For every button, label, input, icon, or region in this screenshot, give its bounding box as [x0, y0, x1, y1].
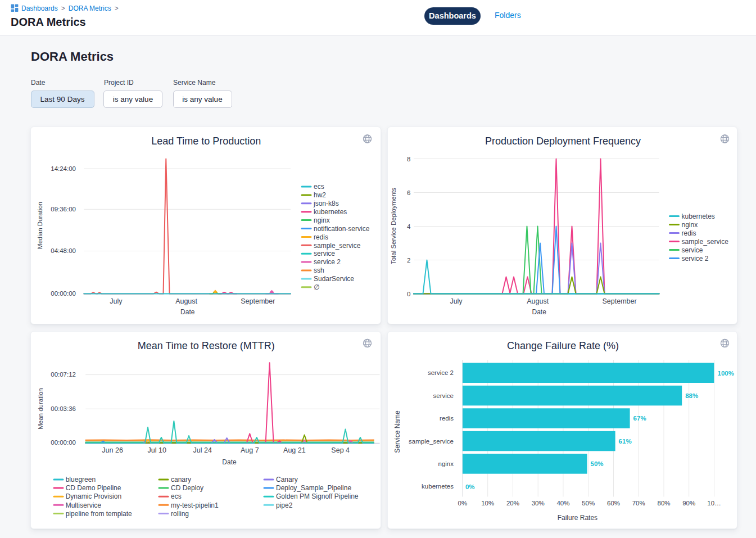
svg-text:Total Service Deployments: Total Service Deployments: [390, 187, 397, 264]
svg-text:10%: 10%: [481, 500, 494, 507]
svg-text:61%: 61%: [618, 438, 631, 445]
svg-text:service: service: [681, 246, 703, 254]
svg-text:4: 4: [407, 223, 411, 229]
svg-text:pipeline from template: pipeline from template: [66, 510, 132, 518]
svg-text:redis: redis: [681, 229, 696, 237]
svg-text:20%: 20%: [506, 500, 519, 507]
svg-text:redis: redis: [440, 415, 454, 422]
svg-text:my-test-pipelin1: my-test-pipelin1: [171, 501, 219, 509]
svg-text:July: July: [110, 297, 123, 305]
svg-text:14:24:00: 14:24:00: [51, 165, 76, 171]
svg-text:September: September: [241, 297, 275, 305]
svg-text:service 2: service 2: [427, 369, 453, 376]
svg-text:service 2: service 2: [681, 254, 708, 262]
svg-text:50%: 50%: [582, 500, 595, 507]
svg-text:88%: 88%: [685, 392, 698, 399]
svg-text:60%: 60%: [606, 500, 619, 507]
svg-text:Mean Time to Restore (MTTR): Mean Time to Restore (MTTR): [138, 340, 275, 351]
svg-text:Jul 10: Jul 10: [148, 446, 166, 454]
svg-text:kubernetes: kubernetes: [422, 483, 454, 490]
svg-text:August: August: [175, 297, 197, 305]
svg-text:Mean duration: Mean duration: [37, 388, 44, 430]
svg-text:Multiservice: Multiservice: [66, 501, 102, 509]
svg-text:nginx: nginx: [438, 460, 454, 467]
svg-text:July: July: [450, 297, 463, 305]
svg-text:canary: canary: [171, 476, 191, 483]
svg-text:04:48:00: 04:48:00: [51, 247, 76, 254]
svg-text:Jun 26: Jun 26: [102, 446, 123, 454]
svg-text:json-k8s: json-k8s: [313, 200, 339, 207]
svg-text:8: 8: [407, 155, 410, 162]
svg-text:SudarService: SudarService: [314, 275, 354, 283]
svg-text:CD Deploy: CD Deploy: [171, 484, 203, 492]
svg-text:Sep 4: Sep 4: [331, 446, 350, 454]
svg-text:00:03:36: 00:03:36: [51, 405, 76, 412]
svg-text:00:07:12: 00:07:12: [51, 371, 76, 378]
svg-text:redis: redis: [314, 233, 328, 241]
svg-text:kubernetes: kubernetes: [681, 212, 714, 220]
svg-text:Deploy_Sample_Pipeline: Deploy_Sample_Pipeline: [276, 484, 351, 492]
svg-text:Canary: Canary: [276, 476, 298, 483]
svg-text:hw2: hw2: [314, 191, 326, 199]
svg-text:notification-service: notification-service: [314, 224, 370, 232]
svg-text:sample_service: sample_service: [314, 241, 361, 249]
svg-text:90%: 90%: [682, 500, 695, 507]
svg-text:0%: 0%: [465, 483, 474, 490]
svg-text:service: service: [433, 392, 453, 399]
svg-text:∅: ∅: [314, 283, 319, 291]
svg-text:ssh: ssh: [314, 266, 324, 274]
svg-text:Aug 21: Aug 21: [283, 446, 306, 454]
svg-text:Jul 24: Jul 24: [193, 446, 212, 454]
svg-text:80%: 80%: [657, 500, 670, 507]
svg-text:CD Demo Pipeline: CD Demo Pipeline: [66, 484, 121, 492]
svg-text:Production Deployment Frequenc: Production Deployment Frequency: [485, 135, 640, 146]
svg-text:100%: 100%: [717, 370, 734, 377]
svg-text:kubernetes: kubernetes: [314, 207, 347, 215]
svg-text:00:00:00: 00:00:00: [51, 290, 76, 296]
svg-text:September: September: [602, 297, 636, 305]
svg-text:70%: 70%: [632, 500, 645, 507]
svg-text:nginx: nginx: [681, 220, 698, 228]
svg-text:Golden PM Signoff Pipeline: Golden PM Signoff Pipeline: [276, 492, 359, 500]
svg-text:Lead Time to Production: Lead Time to Production: [151, 135, 261, 146]
svg-text:0%: 0%: [458, 500, 467, 507]
svg-text:sample_service: sample_service: [681, 237, 728, 245]
svg-text:67%: 67%: [633, 415, 646, 422]
svg-text:sample_service: sample_service: [409, 438, 454, 445]
svg-text:service 2: service 2: [314, 258, 341, 266]
svg-text:10…: 10…: [707, 500, 721, 507]
svg-text:00:00:00: 00:00:00: [51, 439, 76, 446]
svg-text:ecs: ecs: [314, 183, 324, 191]
svg-text:Date: Date: [532, 308, 546, 315]
svg-text:0: 0: [407, 290, 410, 297]
svg-text:Median Duration: Median Duration: [37, 201, 43, 248]
svg-text:40%: 40%: [556, 500, 569, 507]
svg-text:09:36:00: 09:36:00: [51, 205, 76, 212]
svg-text:Failure Rates: Failure Rates: [557, 514, 597, 522]
svg-text:nginx: nginx: [314, 216, 330, 224]
svg-text:ecs: ecs: [171, 492, 182, 500]
svg-text:6: 6: [407, 189, 410, 196]
svg-text:2: 2: [407, 256, 410, 263]
svg-text:Date: Date: [222, 458, 237, 466]
svg-text:Date: Date: [180, 308, 195, 315]
svg-text:service: service: [314, 250, 335, 257]
svg-text:30%: 30%: [531, 500, 544, 507]
svg-text:50%: 50%: [590, 460, 603, 467]
svg-text:Dynamic Provision: Dynamic Provision: [66, 492, 121, 500]
svg-text:rolling: rolling: [171, 510, 189, 518]
svg-text:bluegreen: bluegreen: [66, 476, 96, 483]
svg-text:August: August: [527, 297, 549, 305]
svg-text:Aug 7: Aug 7: [241, 446, 259, 454]
svg-text:Service Name: Service Name: [393, 410, 401, 453]
svg-text:Change Failure Rate (%): Change Failure Rate (%): [506, 340, 618, 351]
svg-text:pipe2: pipe2: [276, 501, 293, 509]
